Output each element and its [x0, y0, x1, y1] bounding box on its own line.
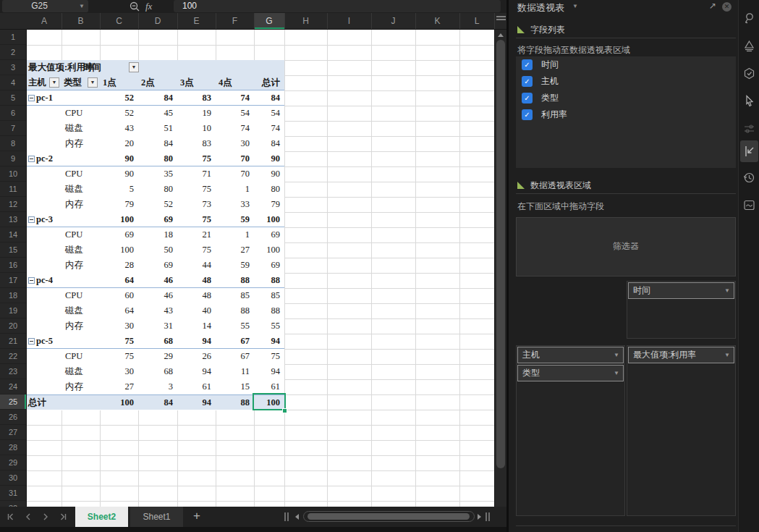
column-header-D[interactable]: D	[138, 13, 177, 29]
row-header-20[interactable]: 20	[0, 318, 26, 334]
pivot-value-cell[interactable]: 88	[216, 303, 254, 318]
rows-area[interactable]: 主机 ▼ 类型 ▼	[516, 345, 625, 516]
row-header-5[interactable]: 5	[0, 90, 26, 106]
pivot-value-cell[interactable]: 54	[216, 106, 254, 120]
pivot-detail-row[interactable]: 磁盘4351107474	[27, 121, 284, 136]
pivot-value-cell[interactable]: 67	[216, 349, 254, 363]
pivot-host-row[interactable]: pc-15284837484	[27, 90, 284, 106]
scroll-up-icon[interactable]	[498, 33, 504, 37]
pivot-pane-icon-active[interactable]	[740, 140, 758, 162]
pivot-value-cell[interactable]: 15	[216, 379, 254, 394]
pivot-value-cell[interactable]: 83	[177, 136, 216, 151]
scroll-left-icon[interactable]	[295, 514, 299, 520]
column-header-J[interactable]: J	[371, 13, 415, 29]
pivot-value-cell[interactable]: 61	[254, 379, 284, 394]
pivot-detail-row[interactable]: CPU691821169	[27, 227, 284, 242]
row-header-6[interactable]: 6	[0, 106, 26, 121]
pivot-host-row[interactable]: pc-29080757090	[27, 151, 284, 166]
pivot-host-value-cell[interactable]: 64	[100, 273, 138, 287]
collapse-minus-icon[interactable]	[28, 216, 35, 223]
collapse-minus-icon[interactable]	[28, 277, 35, 284]
pivot-value-cell[interactable]: 18	[138, 227, 177, 242]
row-header-28[interactable]: 28	[0, 440, 26, 455]
pivot-host-value-cell[interactable]: 90	[100, 151, 138, 166]
pivot-value-cell[interactable]: 55	[216, 318, 254, 333]
pivot-host-value-cell[interactable]: 94	[177, 334, 216, 348]
pivot-value-cell[interactable]: 75	[254, 349, 284, 363]
pivot-value-cell[interactable]: 21	[177, 227, 216, 242]
column-header-A[interactable]: A	[27, 13, 62, 29]
row-header-24[interactable]: 24	[0, 379, 26, 394]
horizontal-scrollbar-thumb[interactable]	[308, 513, 470, 520]
row-header-10[interactable]: 10	[0, 166, 26, 182]
row-header-23[interactable]: 23	[0, 364, 26, 379]
pivot-value-cell[interactable]: 88	[254, 303, 284, 318]
pivot-detail-row[interactable]: 内存3031145555	[27, 318, 284, 334]
pivot-value-cell[interactable]: 20	[100, 136, 138, 151]
pivot-value-cell[interactable]: 75	[177, 242, 216, 257]
pivot-detail-row[interactable]: 内存7952733379	[27, 197, 284, 212]
row-header-14[interactable]: 14	[0, 227, 26, 242]
row-header-17[interactable]: 17	[0, 273, 26, 288]
pivot-value-cell[interactable]: 74	[216, 121, 254, 135]
pivot-value-cell[interactable]: 40	[177, 303, 216, 318]
pivot-value-cell[interactable]: 85	[254, 288, 284, 303]
pivot-value-cell[interactable]: 90	[254, 166, 284, 181]
pivot-value-cell[interactable]: 68	[138, 364, 177, 379]
pivot-value-cell[interactable]: 10	[177, 121, 216, 135]
row-header-25[interactable]: 25	[0, 394, 26, 410]
row-header-32[interactable]: 32	[0, 501, 26, 507]
pivot-detail-row[interactable]: CPU6046488585	[27, 288, 284, 303]
pivot-grand-total-cell[interactable]: 88	[216, 395, 254, 410]
row-header-27[interactable]: 27	[0, 425, 26, 440]
field-item-主机[interactable]: ✓主机	[516, 73, 736, 90]
row-header-15[interactable]: 15	[0, 242, 26, 258]
row-header-12[interactable]: 12	[0, 197, 26, 212]
pivot-value-cell[interactable]: 30	[100, 364, 138, 379]
pivot-value-cell[interactable]: 1	[216, 227, 254, 242]
row-header-21[interactable]: 21	[0, 334, 26, 349]
column-header-L[interactable]: L	[459, 13, 494, 29]
pivot-value-cell[interactable]: 94	[254, 364, 284, 379]
filter-dropdown-icon[interactable]: ▼	[88, 77, 98, 88]
pivot-value-cell[interactable]: 27	[216, 242, 254, 257]
row-header-16[interactable]: 16	[0, 258, 26, 273]
pivot-detail-row[interactable]: 内存2869445969	[27, 258, 284, 273]
pivot-value-cell[interactable]: 44	[177, 258, 216, 272]
column-header-G[interactable]: G	[254, 13, 284, 29]
pivot-value-cell[interactable]: 84	[254, 136, 284, 151]
row-header-31[interactable]: 31	[0, 486, 26, 501]
pivot-grand-total-row[interactable]: 总计100849488100	[27, 394, 284, 410]
pivot-host-value-cell[interactable]: 90	[254, 151, 284, 166]
pivot-value-cell[interactable]: 90	[100, 166, 138, 181]
pivot-value-cell[interactable]: 45	[138, 106, 177, 120]
collapse-minus-icon[interactable]	[28, 156, 35, 162]
formula-input[interactable]: 100	[174, 0, 501, 12]
pivot-value-cell[interactable]: 50	[138, 242, 177, 257]
pivot-host-value-cell[interactable]: 75	[177, 212, 216, 227]
filter-dropdown-icon[interactable]: ▼	[49, 77, 59, 88]
fx-icon[interactable]: fx	[145, 0, 152, 12]
pivot-host-value-cell[interactable]: 69	[138, 212, 177, 227]
split-handle[interactable]	[496, 16, 506, 22]
values-field-select[interactable]: 最大值项:利用率 ▼	[628, 347, 734, 363]
pivot-host-value-cell[interactable]: 80	[138, 151, 177, 166]
pivot-value-cell[interactable]: 26	[177, 349, 216, 363]
pivot-host-value-cell[interactable]: 75	[100, 334, 138, 348]
pivot-detail-row[interactable]: 磁盘58075180	[27, 182, 284, 197]
pivot-value-cell[interactable]: 61	[177, 379, 216, 394]
values-area[interactable]: 最大值项:利用率 ▼	[627, 345, 736, 516]
row-header-22[interactable]: 22	[0, 349, 26, 364]
pivot-detail-row[interactable]: 磁盘6443408888	[27, 303, 284, 318]
row-header-30[interactable]: 30	[0, 470, 26, 486]
pivot-value-cell[interactable]: 70	[216, 166, 254, 181]
column-header-K[interactable]: K	[415, 13, 459, 29]
pivot-value-cell[interactable]: 69	[100, 227, 138, 242]
row-header-8[interactable]: 8	[0, 136, 26, 151]
checkbox-checked-icon[interactable]: ✓	[522, 93, 533, 104]
rows-field-select-1[interactable]: 主机 ▼	[517, 347, 624, 363]
pivot-detail-row[interactable]: 内存273611561	[27, 379, 284, 394]
column-header-E[interactable]: E	[177, 13, 216, 29]
scroll-right-icon[interactable]	[478, 514, 481, 520]
pivot-grand-total-cell[interactable]: 100	[100, 395, 138, 410]
